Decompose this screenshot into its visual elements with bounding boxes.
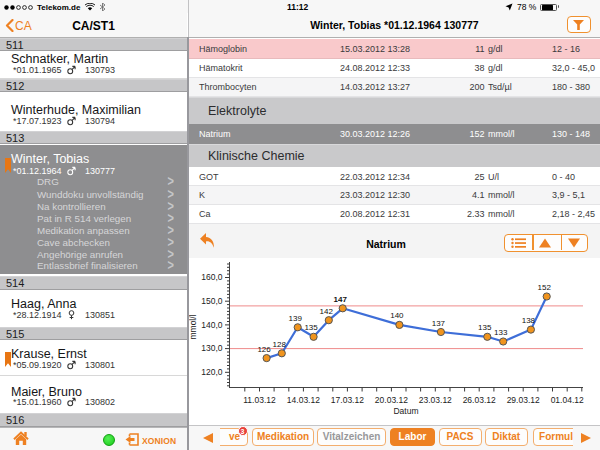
svg-text:mmol/l: mmol/l	[189, 314, 198, 339]
svg-text:139: 139	[289, 314, 303, 323]
svg-text:01.04.12: 01.04.12	[551, 395, 584, 405]
svg-text:23.03.12: 23.03.12	[419, 395, 452, 405]
svg-text:14.03.12: 14.03.12	[287, 395, 320, 405]
svg-text:126: 126	[257, 345, 271, 354]
svg-text:26.03.12: 26.03.12	[463, 395, 496, 405]
svg-text:135: 135	[304, 323, 318, 332]
svg-text:Datum: Datum	[393, 406, 418, 416]
svg-text:142: 142	[320, 307, 334, 316]
svg-text:150,0: 150,0	[201, 296, 223, 306]
svg-text:135: 135	[478, 323, 492, 332]
svg-text:17.03.12: 17.03.12	[331, 395, 364, 405]
svg-text:120,0: 120,0	[201, 367, 223, 377]
svg-text:11.03.12: 11.03.12	[243, 395, 276, 405]
svg-text:20.03.12: 20.03.12	[375, 395, 408, 405]
svg-text:147: 147	[334, 295, 348, 304]
svg-text:133: 133	[494, 328, 508, 337]
svg-text:137: 137	[432, 319, 446, 328]
svg-text:130,0: 130,0	[201, 343, 223, 353]
svg-text:160,0: 160,0	[201, 272, 223, 282]
svg-text:152: 152	[538, 283, 552, 292]
svg-text:128: 128	[273, 340, 287, 349]
svg-text:140: 140	[390, 311, 404, 320]
svg-text:140,0: 140,0	[201, 320, 223, 330]
svg-text:138: 138	[522, 316, 536, 325]
svg-text:29.03.12: 29.03.12	[507, 395, 540, 405]
